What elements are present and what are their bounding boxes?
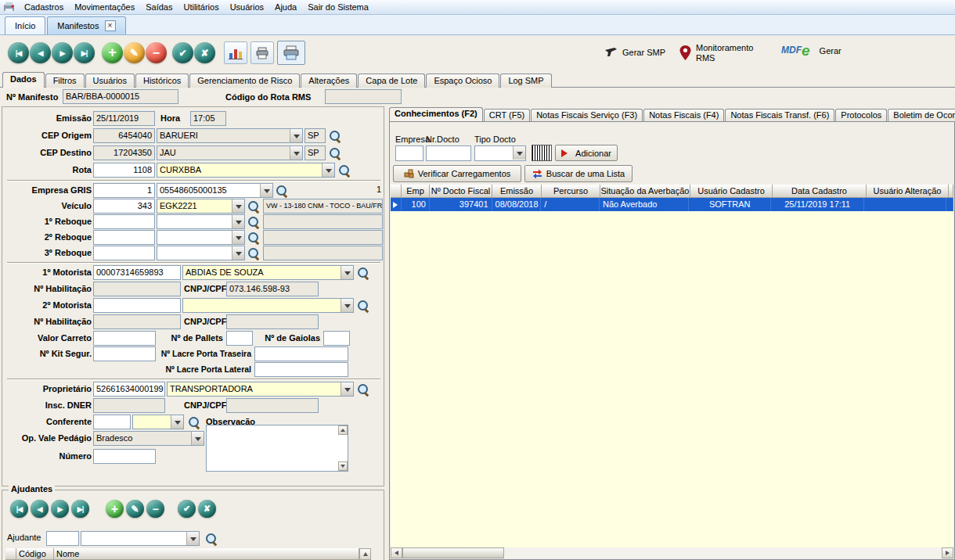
adicionar-button[interactable]: Adicionar [555, 145, 618, 161]
reboque2-combo[interactable] [157, 230, 245, 245]
ajudantes-col-codigo[interactable]: Código [16, 548, 54, 560]
confirm-button[interactable]: ✔ [172, 42, 193, 63]
search-motorista1-icon[interactable] [356, 266, 370, 280]
proprietario-codigo-field[interactable]: 52661634000199 [93, 382, 165, 397]
tab-crt[interactable]: CRT (F5) [484, 109, 530, 122]
search-reboque3-icon[interactable] [247, 246, 261, 260]
motorista1-codigo-field[interactable]: 00007314659893 [93, 265, 181, 280]
tab-protocolos[interactable]: Protocolos [835, 109, 887, 122]
ajudantes-nav-next-button[interactable]: ▶ [51, 500, 69, 518]
tipo-docto-combo[interactable] [474, 145, 526, 161]
observacao-textarea[interactable] [206, 425, 348, 472]
search-ajudante-icon[interactable] [204, 532, 218, 546]
tab-usuarios[interactable]: Usuários [85, 74, 135, 88]
close-tab-icon[interactable]: × [105, 20, 116, 31]
menu-sair[interactable]: Sair do Sistema [302, 0, 374, 15]
scroll-right-icon[interactable] [942, 547, 953, 558]
col-emissao[interactable]: Emissão [492, 185, 542, 198]
tab-boletim[interactable]: Boletim de Ocorrência [888, 109, 955, 122]
empresa-field[interactable] [395, 145, 423, 161]
col-situacao-averbacao[interactable]: Situação da Averbação [600, 185, 690, 198]
menu-ajuda[interactable]: Ajuda [269, 0, 302, 15]
search-empresa-gris-icon[interactable] [275, 184, 289, 198]
scroll-left-icon[interactable] [391, 547, 402, 558]
lacre-lateral-field[interactable] [254, 362, 348, 377]
delete-record-button[interactable]: − [146, 42, 167, 63]
tab-dados[interactable]: Dados [2, 72, 45, 88]
ajudante-codigo-field[interactable] [46, 531, 79, 546]
tab-conhecimentos[interactable]: Conhecimentos (F2) [389, 107, 483, 122]
menu-saidas[interactable]: Saídas [140, 0, 178, 15]
lacre-traseira-field[interactable] [254, 346, 348, 361]
menu-utilitarios[interactable]: Utilitários [178, 0, 224, 15]
reboque1-combo[interactable] [157, 214, 245, 229]
search-reboque1-icon[interactable] [247, 215, 261, 229]
print-preview-button[interactable] [277, 41, 305, 65]
col-docto-fiscal[interactable]: Nº Docto Fiscal [430, 185, 492, 198]
rota-codigo-field[interactable]: 1108 [93, 163, 155, 178]
kit-segur-field[interactable] [93, 346, 156, 361]
col-data-cadastro[interactable]: Data Cadastro [773, 185, 867, 198]
search-proprietario-icon[interactable] [356, 382, 370, 397]
motorista1-combo[interactable]: ABDIAS DE SOUZA [182, 265, 354, 280]
tab-alteracoes[interactable]: Alterações [301, 74, 357, 88]
search-cep-origem-icon[interactable] [328, 129, 342, 143]
rota-combo[interactable]: CURXBBA [157, 163, 335, 178]
search-veiculo-icon[interactable] [247, 199, 261, 214]
empresa-gris-combo[interactable]: 05548605000135 [157, 183, 273, 198]
col-emp[interactable]: Emp [402, 185, 430, 198]
menu-movimentacoes[interactable]: Movimentações [69, 0, 140, 15]
tab-nf-transf[interactable]: Notas Fiscais Transf. (F6) [725, 109, 834, 122]
ajudantes-edit-button[interactable]: ✎ [126, 500, 144, 518]
tab-historicos[interactable]: Históricos [135, 74, 189, 88]
tab-gerenciamento-risco[interactable]: Gerenciamento de Risco [189, 74, 300, 88]
nav-prev-button[interactable]: ◀ [30, 42, 51, 63]
verificar-carregamentos-button[interactable]: Verificar Carregamentos [393, 165, 521, 182]
nav-first-button[interactable]: |◀ [8, 42, 29, 63]
observacao-scroll-up-icon[interactable] [338, 425, 348, 435]
ajudante-combo[interactable] [81, 531, 200, 546]
conferente-combo[interactable] [132, 415, 184, 429]
ajudantes-delete-button[interactable]: − [146, 500, 164, 518]
conferente-codigo-field[interactable] [93, 415, 131, 429]
proprietario-combo[interactable]: TRANSPORTADORA [167, 382, 354, 397]
hscroll-thumb[interactable] [402, 547, 504, 558]
ajudantes-col-nome[interactable]: Nome [54, 548, 359, 560]
observacao-scroll-down-icon[interactable] [338, 461, 348, 471]
barcode-icon[interactable] [532, 145, 552, 161]
search-cep-destino-icon[interactable] [328, 146, 342, 160]
nav-next-button[interactable]: ▶ [52, 42, 73, 63]
search-conferente-icon[interactable] [187, 415, 201, 429]
tab-inicio[interactable]: Início [5, 16, 45, 34]
menu-cadastros[interactable]: Cadastros [19, 0, 69, 15]
menu-usuarios[interactable]: Usuários [225, 0, 269, 15]
veiculo-placa-combo[interactable]: EGK2221 [157, 199, 245, 214]
gaiolas-field[interactable] [323, 331, 350, 346]
print-button[interactable] [250, 41, 274, 64]
empresa-gris-codigo-field[interactable]: 1 [93, 183, 155, 198]
nr-docto-field[interactable] [426, 145, 471, 161]
document-row[interactable]: 100 397401 08/08/2018 / Não Averbado SOF… [391, 198, 953, 211]
ajudantes-nav-last-button[interactable]: ▶| [71, 500, 89, 518]
cancel-button[interactable]: ✘ [194, 42, 215, 63]
numero-field[interactable] [93, 449, 156, 464]
search-reboque2-icon[interactable] [247, 231, 261, 245]
add-record-button[interactable]: + [102, 42, 123, 63]
mdfe-gerar-button[interactable]: MDFe Gerar [781, 45, 841, 57]
col-percurso[interactable]: Percurso [542, 185, 600, 198]
tab-nf-servico[interactable]: Notas Fiscais Serviço (F3) [531, 109, 643, 122]
edit-record-button[interactable]: ✎ [124, 42, 145, 63]
gerar-smp-button[interactable]: Gerar SMP [604, 47, 665, 58]
tab-notas-fiscais[interactable]: Notas Fiscais (F4) [643, 109, 724, 122]
reboque3-combo[interactable] [157, 246, 245, 260]
chart-button[interactable] [224, 41, 247, 64]
ajudantes-confirm-button[interactable]: ✔ [178, 500, 196, 518]
veiculo-codigo-field[interactable]: 343 [93, 199, 155, 214]
buscar-lista-button[interactable]: Buscar de uma Lista [524, 165, 632, 182]
search-motorista2-icon[interactable] [356, 299, 370, 313]
reboque2-codigo-field[interactable] [93, 230, 155, 245]
tab-manifestos[interactable]: Manifestos × [47, 16, 125, 34]
ajudantes-cancel-button[interactable]: ✘ [198, 500, 216, 518]
reboque3-codigo-field[interactable] [93, 246, 155, 260]
ajudantes-scroll-up-icon[interactable] [359, 548, 371, 560]
